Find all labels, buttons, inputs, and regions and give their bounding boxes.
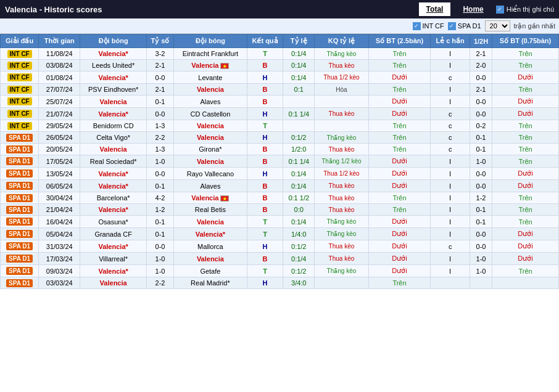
team2-cell[interactable]: Girona* <box>174 144 247 155</box>
team1-link[interactable]: Valencia <box>100 145 127 153</box>
team1-link[interactable]: Valencia <box>100 279 127 287</box>
team2-cell[interactable]: Rayo Vallecano <box>174 168 247 180</box>
team2-cell[interactable]: Valencia ★ <box>174 192 247 204</box>
team1-link[interactable]: Valencia* <box>98 243 128 250</box>
team2-cell[interactable]: Levante <box>174 71 247 84</box>
team1-link[interactable]: Valencia <box>100 98 127 105</box>
team1-cell[interactable]: Barcelona* <box>80 192 147 204</box>
show-note-checkbox[interactable]: ✓ <box>496 6 504 14</box>
team2-cell[interactable]: Real Madrid* <box>174 277 247 289</box>
team2-cell[interactable]: Valencia <box>174 132 247 144</box>
team2-cell[interactable]: Mallorca <box>174 240 247 253</box>
team2-link[interactable]: Valencia <box>197 158 224 165</box>
score-cell: 2-1 <box>147 84 174 96</box>
col-sobt075: Số BT (0.75bàn) <box>492 35 559 48</box>
sobt075-cell: Trên <box>492 155 559 168</box>
half-cell: 1-0 <box>470 155 492 168</box>
result-cell: B <box>247 155 283 168</box>
sobt-cell: Trên <box>368 84 431 96</box>
team1-link[interactable]: Valencia* <box>98 170 128 178</box>
team1-link[interactable]: Valencia* <box>98 267 128 275</box>
team2-cell[interactable]: Valencia <box>174 120 247 132</box>
table-row: INT CF 29/05/24 Benidorm CD 1-3 Valencia… <box>1 120 559 132</box>
team1-name: PSV Eindhoven* <box>88 86 138 93</box>
col-score: Tỷ số <box>147 35 174 48</box>
team1-cell[interactable]: Leeds United* <box>80 60 147 71</box>
odds-cell: 0:1/2 <box>283 132 315 144</box>
count-select[interactable]: 10 15 20 25 30 <box>485 20 510 31</box>
team1-link[interactable]: Valencia* <box>98 74 128 81</box>
team2-cell[interactable]: CD Castellon <box>174 108 247 120</box>
sobt-cell: Dưới <box>368 71 431 84</box>
score-cell: 1-3 <box>147 144 174 155</box>
team2-link[interactable]: Valencia* <box>196 231 225 238</box>
team1-cell[interactable]: Valencia* <box>80 168 147 180</box>
tab-home[interactable]: Home <box>455 2 491 16</box>
team2-cell[interactable]: Valencia ★ <box>174 60 247 71</box>
team1-cell[interactable]: Osasuna* <box>80 216 147 228</box>
team1-cell[interactable]: Granada CF <box>80 228 147 240</box>
team1-cell[interactable]: Benidorm CD <box>80 120 147 132</box>
team1-cell[interactable]: Valencia <box>80 144 147 155</box>
team2-cell[interactable]: Valencia* <box>174 228 247 240</box>
team2-cell[interactable]: Valencia <box>174 216 247 228</box>
kq-cell: Thua kèo <box>315 60 369 71</box>
result-cell: B <box>247 144 283 155</box>
team1-cell[interactable]: Valencia* <box>80 71 147 84</box>
team2-cell[interactable]: Eintracht Frankfurt <box>174 48 247 60</box>
team2-link[interactable]: Valencia <box>197 218 224 226</box>
col-league: Giải đấu <box>1 35 39 48</box>
table-row: INT CF 25/07/24 Valencia 0-1 Alaves B Dư… <box>1 96 559 108</box>
spa-checkbox[interactable]: ✓ <box>448 22 456 30</box>
team1-cell[interactable]: Villarreal* <box>80 253 147 265</box>
team2-cell[interactable]: Valencia <box>174 253 247 265</box>
team1-link[interactable]: Valencia* <box>98 206 128 213</box>
half-cell: 0-0 <box>470 71 492 84</box>
team2-link[interactable]: Valencia <box>197 86 224 93</box>
team1-cell[interactable]: Valencia* <box>80 265 147 277</box>
team1-cell[interactable]: Valencia* <box>80 240 147 253</box>
lec-cell: I <box>431 180 470 192</box>
team2-link[interactable]: Valencia ★ <box>191 194 229 202</box>
spa-label: SPA D1 <box>458 22 481 30</box>
col-date: Thời gian <box>39 35 80 48</box>
kq-cell: Thắng kèo <box>315 265 369 277</box>
team1-cell[interactable]: Valencia* <box>80 48 147 60</box>
team1-link[interactable]: Valencia* <box>98 110 128 118</box>
team1-cell[interactable]: Valencia* <box>80 204 147 216</box>
team1-cell[interactable]: Real Sociedad* <box>80 155 147 168</box>
team1-link[interactable]: Valencia* <box>98 50 128 57</box>
team2-cell[interactable]: Valencia <box>174 84 247 96</box>
team2-cell[interactable]: Getafe <box>174 265 247 277</box>
score-cell: 1-2 <box>147 204 174 216</box>
half-cell: 0-2 <box>470 120 492 132</box>
team1-link[interactable]: Valencia* <box>98 182 128 190</box>
score-cell: 0-0 <box>147 108 174 120</box>
intcf-checkbox[interactable]: ✓ <box>413 22 421 30</box>
league-badge: SPA D1 <box>1 216 39 228</box>
score-cell: 2-1 <box>147 60 174 71</box>
intcf-filter[interactable]: ✓ INT CF <box>413 22 444 30</box>
odds-cell: 0:1 <box>283 84 315 96</box>
team2-cell[interactable]: Valencia <box>174 155 247 168</box>
team2-cell[interactable]: Alaves <box>174 96 247 108</box>
team1-cell[interactable]: Celta Vigo* <box>80 132 147 144</box>
team1-cell[interactable]: Valencia* <box>80 180 147 192</box>
kq-cell <box>315 277 369 289</box>
team2-cell[interactable]: Alaves <box>174 180 247 192</box>
team2-link[interactable]: Valencia <box>197 134 224 141</box>
odds-cell: 0:0 <box>283 204 315 216</box>
team2-link[interactable]: Valencia <box>197 255 224 263</box>
sobt-cell: Trên <box>368 48 431 60</box>
tab-total[interactable]: Total <box>419 2 451 16</box>
score-cell: 1-0 <box>147 265 174 277</box>
team2-cell[interactable]: Real Betis <box>174 204 247 216</box>
team1-cell[interactable]: PSV Eindhoven* <box>80 84 147 96</box>
team1-cell[interactable]: Valencia <box>80 96 147 108</box>
team2-link[interactable]: Valencia ★ <box>191 62 229 69</box>
odds-cell: 0:1 1/4 <box>283 155 315 168</box>
team2-link[interactable]: Valencia <box>197 122 224 129</box>
team1-cell[interactable]: Valencia* <box>80 108 147 120</box>
spa-filter[interactable]: ✓ SPA D1 <box>448 22 481 30</box>
team1-cell[interactable]: Valencia <box>80 277 147 289</box>
